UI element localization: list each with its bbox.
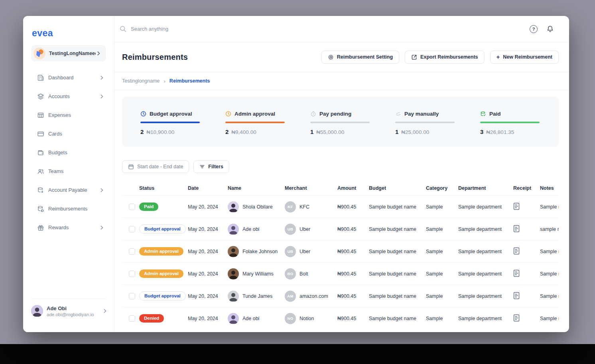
sidebar-item-account-payable[interactable]: Account Payable	[23, 181, 114, 199]
cell-name: Ade obi	[242, 226, 259, 232]
calendar-icon	[128, 164, 134, 170]
column-header-amount: Amount	[337, 185, 369, 191]
page-content: Budget approval 2₦10,900.00 Admin approv…	[114, 90, 569, 332]
sidebar-item-cards[interactable]: Cards	[23, 124, 114, 143]
sidebar-menu: Dashboard Accounts Expenses Cards Budget…	[23, 68, 114, 237]
user-profile[interactable]: Ade Obi ade.obi@rogbodiyan.io	[23, 299, 114, 317]
new-reimbursement-button[interactable]: + New Reimbursement	[490, 51, 559, 64]
cell-budget: Sample budget name	[369, 316, 426, 321]
cell-amount: ₦900.45	[337, 293, 369, 299]
sidebar-item-dashboard[interactable]: Dashboard	[23, 68, 114, 87]
search-icon	[120, 26, 126, 32]
merchant-avatar: KF	[285, 201, 296, 212]
reimbursements-table: Status Date Name Merchant Amount Budget …	[122, 181, 559, 329]
accounts-icon	[37, 92, 44, 100]
receipt-icon[interactable]	[513, 225, 520, 232]
date-range-label: Start date - End date	[137, 164, 183, 169]
cell-category: Sample	[426, 226, 458, 232]
cell-category: Sample	[426, 271, 458, 277]
search-bar	[120, 26, 530, 32]
date-range-button[interactable]: Start date - End date	[122, 160, 189, 173]
sidebar-item-budgets[interactable]: Budgets	[23, 143, 114, 162]
cell-merchant: Uber	[299, 226, 310, 232]
column-header-status: Status	[139, 185, 188, 191]
tab-paid[interactable]: Paid 3₦26,801.35	[480, 111, 540, 147]
page-header: Reimbursements Reimbursement Setting Exp…	[114, 42, 569, 72]
row-checkbox[interactable]	[129, 293, 135, 299]
receipt-icon[interactable]	[513, 314, 520, 322]
cell-budget: Sample budget name	[369, 226, 426, 232]
receipt-icon[interactable]	[513, 203, 520, 210]
cell-merchant: Uber	[299, 249, 310, 254]
cell-name: Shola Obilare	[242, 204, 273, 210]
cell-merchant: Bolt	[299, 271, 308, 277]
column-header-notes: Notes	[540, 185, 559, 191]
cell-category: Sample	[426, 249, 458, 254]
main-area: ? Reimbursements Reimbursement Setting E…	[114, 16, 569, 332]
tab-underline	[310, 122, 370, 123]
tab-underline	[140, 122, 200, 123]
sidebar-item-label: Reimbursements	[48, 206, 104, 212]
row-checkbox[interactable]	[129, 204, 135, 210]
breadcrumb-parent[interactable]: Testinglongname	[122, 78, 160, 84]
sidebar-item-label: Accounts	[48, 93, 99, 99]
clock-icon	[140, 111, 146, 117]
tab-budget-approval[interactable]: Budget approval 2₦10,900.00	[140, 111, 200, 147]
row-checkbox[interactable]	[129, 315, 135, 322]
reimbursement-setting-button[interactable]: Reimbursement Setting	[321, 51, 399, 64]
export-icon	[411, 54, 417, 60]
search-input[interactable]	[131, 26, 290, 32]
table-row[interactable]: Paid May 20, 2024 Shola Obilare KFKFC ₦9…	[122, 195, 559, 218]
paid-coins-icon	[480, 111, 486, 117]
tab-underline	[480, 122, 540, 123]
cell-merchant: Notion	[299, 316, 314, 321]
cell-amount: ₦900.45	[337, 226, 369, 232]
sidebar-item-expenses[interactable]: Expenses	[23, 106, 114, 124]
tab-admin-approval[interactable]: Admin approval 2₦9,400.00	[225, 111, 285, 147]
tab-underline	[225, 122, 285, 123]
merchant-avatar: UB	[285, 224, 296, 235]
row-checkbox[interactable]	[129, 248, 135, 255]
company-selector[interactable]: TestingLongNameee...	[31, 45, 106, 61]
account-payable-icon	[37, 186, 44, 194]
button-label: Reimbursement Setting	[337, 54, 393, 60]
sidebar-item-label: Cards	[48, 131, 104, 137]
breadcrumb-current: Reimbursements	[169, 78, 210, 84]
filters-button[interactable]: Filters	[193, 160, 229, 173]
receipt-icon[interactable]	[513, 292, 520, 299]
bell-icon[interactable]	[546, 25, 554, 33]
column-header-department: Department	[458, 185, 513, 191]
tab-count: 3	[480, 128, 483, 135]
tab-amount: ₦9,400.00	[231, 129, 256, 135]
cell-notes: Sample r	[540, 271, 559, 277]
chevron-right-icon	[99, 187, 104, 193]
merchant-avatar: AM	[285, 291, 296, 302]
sidebar-item-accounts[interactable]: Accounts	[23, 87, 114, 106]
gear-icon	[328, 54, 334, 60]
cell-category: Sample	[426, 293, 458, 299]
cell-category: Sample	[426, 316, 458, 321]
cell-date: May 20, 2024	[188, 249, 228, 254]
receipt-icon[interactable]	[513, 247, 520, 255]
tab-pay-pending[interactable]: Pay pending 1₦55,000.00	[310, 111, 370, 147]
table-row[interactable]: Denied May 20, 2024 Ade obi NONotion ₦90…	[122, 307, 559, 329]
column-header-category: Category	[426, 185, 458, 191]
receipt-icon[interactable]	[513, 270, 520, 277]
tab-pay-manually[interactable]: Pay manually 1₦25,000.00	[395, 111, 455, 147]
cell-department: Sample department	[458, 271, 513, 277]
table-row[interactable]: Budget approval May 20, 2024 Tunde James…	[122, 285, 559, 307]
sidebar-item-rewards[interactable]: Rewards	[23, 218, 114, 237]
sidebar-item-reimbursements[interactable]: Reimbursements	[23, 199, 114, 218]
sidebar-item-teams[interactable]: Teams	[23, 162, 114, 181]
help-icon[interactable]: ?	[530, 25, 538, 33]
table-row[interactable]: Admin approval May 20, 2024 Mary William…	[122, 262, 559, 285]
sidebar-item-label: Account Payable	[48, 187, 99, 193]
page-actions: Reimbursement Setting Export Reimburseme…	[321, 51, 559, 64]
row-checkbox[interactable]	[129, 271, 135, 277]
table-row[interactable]: Admin approval May 20, 2024 Folake Johns…	[122, 240, 559, 262]
export-reimbursements-button[interactable]: Export Reimbursements	[405, 51, 484, 64]
person-avatar	[228, 201, 239, 212]
tab-count: 1	[310, 128, 313, 135]
table-row[interactable]: Budget approval May 20, 2024 Ade obi UBU…	[122, 218, 559, 240]
row-checkbox[interactable]	[129, 226, 135, 232]
